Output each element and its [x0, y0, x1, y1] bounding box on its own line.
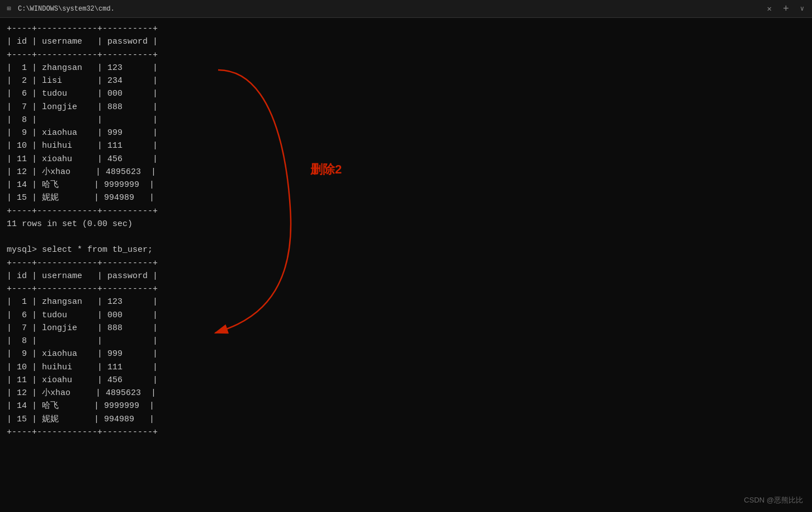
- table-row: | 15 | 妮妮 | 994989 |: [7, 191, 805, 204]
- table-row: | 10 | huihui | 111 |: [7, 139, 805, 152]
- table-row: | 9 | xiaohua | 999 |: [7, 126, 805, 139]
- table-row: | 12 | 小xhao | 4895623 |: [7, 166, 805, 179]
- table-row: | 14 | 哈飞 | 9999999 |: [7, 179, 805, 191]
- table-row: | 6 | tudou | 000 |: [7, 309, 805, 322]
- table1-bottom-sep: +----+------------+----------+: [7, 205, 805, 218]
- table-row: | 8 | | |: [7, 335, 805, 347]
- table-row: | 2 | lisi | 234 |: [7, 74, 805, 87]
- mysql-query: mysql> select * from tb_user;: [7, 243, 805, 256]
- terminal-content: +----+------------+----------+ | id | us…: [0, 18, 812, 443]
- table2-header-sep: +----+------------+----------+: [7, 283, 805, 295]
- title-bar-text: C:\WINDOWS\system32\cmd.: [18, 5, 759, 13]
- table2-header: | id | username | password |: [7, 270, 805, 283]
- chevron-down-icon[interactable]: ∨: [797, 3, 808, 14]
- table-row: | 11 | xioahu | 456 |: [7, 153, 805, 166]
- table-row: | 1 | zhangsan | 123 |: [7, 295, 805, 308]
- table-row: | 7 | longjie | 888 |: [7, 101, 805, 114]
- table2-top-sep: +----+------------+----------+: [7, 257, 805, 270]
- table-row: | 11 | xioahu | 456 |: [7, 374, 805, 387]
- close-button[interactable]: ✕: [764, 3, 775, 15]
- table-row: | 7 | longjie | 888 |: [7, 322, 805, 335]
- table-row: | 6 | tudou | 000 |: [7, 87, 805, 100]
- table1-header: | id | username | password |: [7, 35, 805, 48]
- table-row: | 9 | xiaohua | 999 |: [7, 347, 805, 360]
- table2-bottom-sep: +----+------------+----------+: [7, 426, 805, 439]
- watermark: CSDN @恶熊比比: [744, 495, 803, 505]
- table-row: | 10 | huihui | 111 |: [7, 361, 805, 374]
- table1-header-sep: +----+------------+----------+: [7, 49, 805, 62]
- table-row: | 12 | 小xhao | 4895623 |: [7, 387, 805, 400]
- window-icon: ⊞: [4, 4, 13, 13]
- table-row: | 15 | 妮妮 | 994989 |: [7, 413, 805, 426]
- blank-line: [7, 231, 805, 243]
- table-row: | 14 | 哈飞 | 9999999 |: [7, 400, 805, 412]
- table-row: | 1 | zhangsan | 123 |: [7, 62, 805, 74]
- table1-top-sep: +----+------------+----------+: [7, 22, 805, 35]
- new-tab-button[interactable]: +: [780, 2, 792, 16]
- row-count: 11 rows in set (0.00 sec): [7, 218, 805, 231]
- table-row: | 8 | | |: [7, 114, 805, 126]
- title-bar: ⊞ C:\WINDOWS\system32\cmd. ✕ + ∨: [0, 0, 812, 18]
